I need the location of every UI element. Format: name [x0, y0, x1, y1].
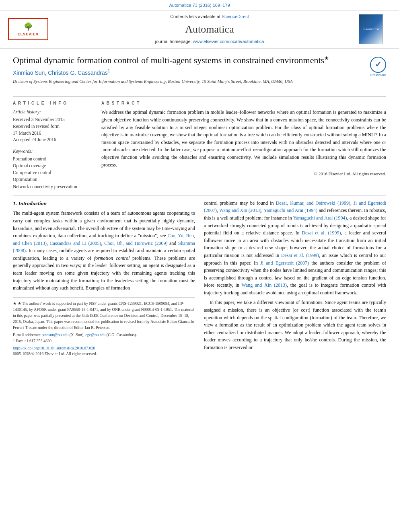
footnote-section: ★ ★ The authors' work is supported in pa…	[13, 298, 195, 357]
author-names: Xinmiao Sun, Christos G. Cassandras	[13, 70, 108, 76]
footnote-email-block: E-mail addresses: xnosun@bu.edu (X. Sun)…	[13, 332, 195, 338]
author-sup: 1	[108, 69, 110, 73]
article-info-header: A R T I C L E I N F O	[13, 101, 87, 107]
ref-choi[interactable]: Choi, Oh, and Horowitz (2009)	[104, 240, 167, 246]
citation-text: Automatica 73 (2016) 169–179	[169, 3, 230, 8]
email2-name: (C.G. Cassandras).	[105, 333, 137, 337]
homepage-url[interactable]: www.elsevier.com/locate/automatica	[193, 39, 264, 44]
ref-yamaguchi2[interactable]: Yamaguchi and Arai (1994)	[293, 215, 347, 221]
section1-paragraph-right1: control problems may be found in Desai, …	[204, 199, 386, 297]
thumb-label: automatica	[363, 27, 379, 32]
article-body: Optimal dynamic formation control of mul…	[0, 49, 399, 363]
contents-label: Contents lists available at	[170, 14, 222, 19]
email1-name: (X. Sun),	[68, 333, 85, 337]
history-label: Article history:	[13, 109, 87, 115]
keywords-list: Formation control Optimal coverage Co-op…	[13, 156, 87, 190]
contents-line: Contents lists available at ScienceDirec…	[60, 14, 359, 20]
crossmark-section: ✓ CrossMark	[370, 57, 386, 73]
section1-paragraph1: The multi-agent system framework consist…	[13, 210, 195, 292]
keyword-1: Formation control	[13, 156, 87, 162]
main-right-column: control problems may be found in Desai, …	[204, 199, 386, 357]
journal-header: 🌳 ELSEVIER Contents lists available at S…	[0, 10, 399, 49]
homepage-label: journal homepage:	[155, 39, 193, 44]
main-left-column: 1. Introduction The multi-agent system f…	[13, 199, 195, 357]
main-content: 1. Introduction The multi-agent system f…	[13, 195, 386, 357]
keyword-5: Network connectivity preservation	[13, 183, 87, 190]
article-title: Optimal dynamic formation control of mul…	[13, 55, 370, 66]
keyword-2: Optimal coverage	[13, 162, 87, 169]
footnote-fax: 1 Fax: +1 617 353 4830.	[13, 338, 195, 344]
section1-body-left: The multi-agent system framework consist…	[13, 210, 195, 292]
journal-thumbnail: automatica	[359, 14, 391, 44]
ref-yamaguchi[interactable]: Yamaguchi and Arai (1994)	[264, 207, 318, 213]
section1-paragraph-right2: In this paper, we take a different viewp…	[204, 299, 386, 351]
article-title-text: Optimal dynamic formation control of mul…	[13, 55, 324, 65]
keyword-3: Co-operative control	[13, 169, 87, 176]
elsevier-tree-icon: 🌳	[24, 21, 33, 32]
ref-cassandras[interactable]: Cassandras and Li (2005)	[50, 240, 101, 246]
elsevier-name: ELSEVIER	[18, 32, 39, 37]
section1-body-right: control problems may be found in Desai, …	[204, 199, 386, 351]
keywords-label: Keywords:	[13, 148, 87, 155]
journal-cover-thumb: automatica	[359, 14, 383, 44]
revised-label: Received in revised form	[13, 123, 87, 130]
elsevier-branding: 🌳 ELSEVIER	[8, 18, 60, 40]
title-block: Optimal dynamic formation control of mul…	[13, 55, 370, 89]
doi-text: http://dx.doi.org/10.1016/j.automatica.2…	[13, 346, 95, 350]
doi-link[interactable]: http://dx.doi.org/10.1016/j.automatica.2…	[13, 345, 195, 351]
ref-desai2[interactable]: Desai et al. (1999)	[302, 230, 341, 236]
ref-ji2[interactable]: Ji and Egerstedt (2007)	[260, 260, 309, 266]
copyright-line: © 2016 Elsevier Ltd. All rights reserved…	[101, 171, 386, 177]
article-title-section: Optimal dynamic formation control of mul…	[13, 55, 386, 92]
keywords-section: Keywords: Formation control Optimal cove…	[13, 148, 87, 190]
email2[interactable]: cgc@bu.edu	[85, 333, 105, 337]
homepage-line: journal homepage: www.elsevier.com/locat…	[60, 39, 359, 45]
sciencedirect-link[interactable]: ScienceDirect	[222, 14, 249, 19]
ref-wang2[interactable]: Wang and Xin (2013)	[241, 282, 287, 288]
ref-desai3[interactable]: Desai et al. (1999)	[281, 253, 319, 258]
revised-date: 17 March 2016	[13, 130, 87, 137]
received-date: Received 3 November 2015	[13, 116, 87, 123]
email1[interactable]: xnosun@bu.edu	[42, 333, 68, 337]
journal-header-center: Contents lists available at ScienceDirec…	[60, 14, 359, 45]
authors-line: Xinmiao Sun, Christos G. Cassandras1	[13, 68, 370, 77]
section1-title: 1. Introduction	[13, 199, 195, 207]
keyword-4: Optimization	[13, 176, 87, 183]
info-abstract-section: A R T I C L E I N F O Article history: R…	[13, 96, 386, 190]
abstract-header: A B S T R A C T	[101, 101, 386, 107]
elsevier-logo-box: 🌳 ELSEVIER	[8, 18, 48, 40]
journal-title: Automatica	[60, 22, 359, 37]
affiliation-text: Division of Systems Engineering and Cent…	[13, 78, 370, 85]
citation-bar: Automatica 73 (2016) 169–179	[0, 0, 399, 10]
footnote-star: ★ ★ The authors' work is supported in pa…	[13, 300, 195, 331]
email-label: E-mail addresses:	[13, 333, 42, 337]
page-wrapper: Automatica 73 (2016) 169–179 🌳 ELSEVIER …	[0, 0, 399, 532]
ref-wang[interactable]: Wang and Xin (2013)	[219, 207, 261, 213]
article-history-block: Article history: Received 3 November 201…	[13, 109, 87, 143]
abstract-column: A B S T R A C T We address the optimal d…	[101, 101, 386, 190]
abstract-text: We address the optimal dynamic formation…	[101, 109, 386, 168]
ref-desai[interactable]: Desai, Kumar, and Ostrowski (1999)	[276, 200, 350, 206]
accepted-date: Accepted 24 June 2016	[13, 136, 87, 143]
issn-line: 0005-1098/© 2016 Elsevier Ltd. All right…	[13, 351, 195, 357]
crossmark-icon: ✓	[370, 57, 386, 73]
article-info-column: A R T I C L E I N F O Article history: R…	[13, 101, 93, 190]
footnote-star-symbol: ★	[13, 301, 18, 306]
title-footnote-marker: ★	[324, 55, 329, 61]
footnote-star-text: ★ The authors' work is supported in part…	[13, 301, 194, 330]
